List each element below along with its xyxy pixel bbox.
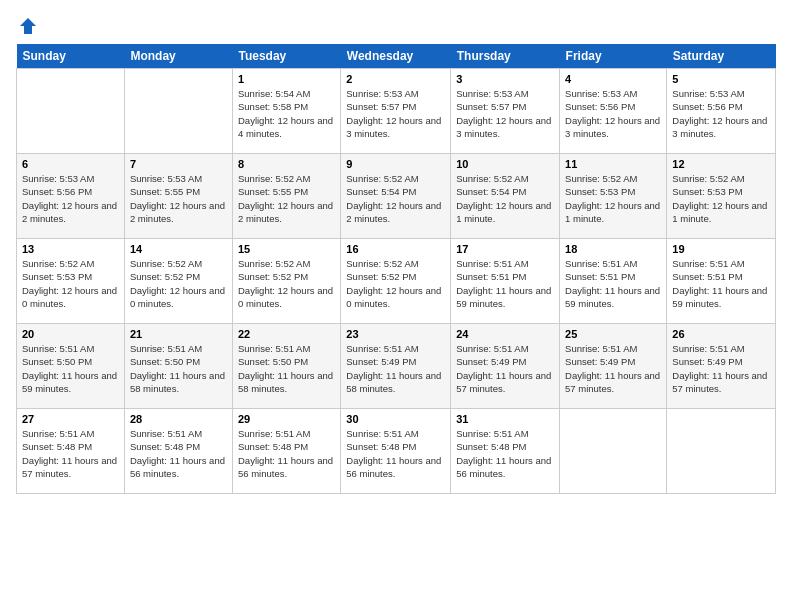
calendar-cell: 10Sunrise: 5:52 AM Sunset: 5:54 PM Dayli… [451,154,560,239]
calendar-cell: 5Sunrise: 5:53 AM Sunset: 5:56 PM Daylig… [667,69,776,154]
calendar-cell: 3Sunrise: 5:53 AM Sunset: 5:57 PM Daylig… [451,69,560,154]
calendar-cell [667,409,776,494]
day-number: 10 [456,158,554,170]
day-info: Sunrise: 5:51 AM Sunset: 5:51 PM Dayligh… [565,257,661,310]
calendar-cell: 1Sunrise: 5:54 AM Sunset: 5:58 PM Daylig… [232,69,340,154]
day-number: 24 [456,328,554,340]
calendar-week-row: 20Sunrise: 5:51 AM Sunset: 5:50 PM Dayli… [17,324,776,409]
day-number: 12 [672,158,770,170]
day-info: Sunrise: 5:51 AM Sunset: 5:48 PM Dayligh… [22,427,119,480]
day-number: 8 [238,158,335,170]
calendar-cell: 21Sunrise: 5:51 AM Sunset: 5:50 PM Dayli… [124,324,232,409]
day-number: 25 [565,328,661,340]
day-number: 21 [130,328,227,340]
calendar-cell [17,69,125,154]
day-info: Sunrise: 5:52 AM Sunset: 5:52 PM Dayligh… [346,257,445,310]
day-info: Sunrise: 5:51 AM Sunset: 5:50 PM Dayligh… [130,342,227,395]
calendar-week-row: 13Sunrise: 5:52 AM Sunset: 5:53 PM Dayli… [17,239,776,324]
calendar-cell: 2Sunrise: 5:53 AM Sunset: 5:57 PM Daylig… [341,69,451,154]
day-info: Sunrise: 5:51 AM Sunset: 5:48 PM Dayligh… [346,427,445,480]
weekday-header: Thursday [451,44,560,69]
calendar-cell: 28Sunrise: 5:51 AM Sunset: 5:48 PM Dayli… [124,409,232,494]
logo-icon [18,16,38,36]
day-number: 5 [672,73,770,85]
weekday-header: Saturday [667,44,776,69]
weekday-header: Friday [560,44,667,69]
day-number: 4 [565,73,661,85]
weekday-header: Tuesday [232,44,340,69]
day-info: Sunrise: 5:51 AM Sunset: 5:51 PM Dayligh… [456,257,554,310]
day-number: 22 [238,328,335,340]
weekday-header: Sunday [17,44,125,69]
day-info: Sunrise: 5:51 AM Sunset: 5:51 PM Dayligh… [672,257,770,310]
calendar-cell: 27Sunrise: 5:51 AM Sunset: 5:48 PM Dayli… [17,409,125,494]
day-info: Sunrise: 5:51 AM Sunset: 5:50 PM Dayligh… [238,342,335,395]
day-info: Sunrise: 5:53 AM Sunset: 5:56 PM Dayligh… [22,172,119,225]
day-number: 11 [565,158,661,170]
day-number: 7 [130,158,227,170]
day-number: 17 [456,243,554,255]
day-info: Sunrise: 5:51 AM Sunset: 5:49 PM Dayligh… [672,342,770,395]
calendar-cell: 18Sunrise: 5:51 AM Sunset: 5:51 PM Dayli… [560,239,667,324]
day-number: 3 [456,73,554,85]
calendar-cell: 30Sunrise: 5:51 AM Sunset: 5:48 PM Dayli… [341,409,451,494]
calendar-cell: 22Sunrise: 5:51 AM Sunset: 5:50 PM Dayli… [232,324,340,409]
day-info: Sunrise: 5:51 AM Sunset: 5:48 PM Dayligh… [130,427,227,480]
calendar-cell [560,409,667,494]
day-info: Sunrise: 5:52 AM Sunset: 5:52 PM Dayligh… [130,257,227,310]
day-info: Sunrise: 5:53 AM Sunset: 5:55 PM Dayligh… [130,172,227,225]
day-info: Sunrise: 5:52 AM Sunset: 5:53 PM Dayligh… [22,257,119,310]
day-number: 31 [456,413,554,425]
day-info: Sunrise: 5:53 AM Sunset: 5:56 PM Dayligh… [565,87,661,140]
calendar-cell: 11Sunrise: 5:52 AM Sunset: 5:53 PM Dayli… [560,154,667,239]
calendar-cell: 6Sunrise: 5:53 AM Sunset: 5:56 PM Daylig… [17,154,125,239]
calendar-cell: 29Sunrise: 5:51 AM Sunset: 5:48 PM Dayli… [232,409,340,494]
day-number: 27 [22,413,119,425]
day-info: Sunrise: 5:51 AM Sunset: 5:50 PM Dayligh… [22,342,119,395]
calendar-cell: 23Sunrise: 5:51 AM Sunset: 5:49 PM Dayli… [341,324,451,409]
calendar-cell: 25Sunrise: 5:51 AM Sunset: 5:49 PM Dayli… [560,324,667,409]
day-info: Sunrise: 5:53 AM Sunset: 5:57 PM Dayligh… [346,87,445,140]
day-info: Sunrise: 5:51 AM Sunset: 5:49 PM Dayligh… [346,342,445,395]
day-number: 15 [238,243,335,255]
calendar-cell: 16Sunrise: 5:52 AM Sunset: 5:52 PM Dayli… [341,239,451,324]
calendar-cell: 12Sunrise: 5:52 AM Sunset: 5:53 PM Dayli… [667,154,776,239]
day-info: Sunrise: 5:52 AM Sunset: 5:53 PM Dayligh… [565,172,661,225]
day-number: 6 [22,158,119,170]
day-number: 18 [565,243,661,255]
weekday-header-row: SundayMondayTuesdayWednesdayThursdayFrid… [17,44,776,69]
calendar-week-row: 6Sunrise: 5:53 AM Sunset: 5:56 PM Daylig… [17,154,776,239]
day-number: 29 [238,413,335,425]
day-info: Sunrise: 5:51 AM Sunset: 5:49 PM Dayligh… [565,342,661,395]
day-number: 9 [346,158,445,170]
calendar-cell: 19Sunrise: 5:51 AM Sunset: 5:51 PM Dayli… [667,239,776,324]
calendar-cell: 9Sunrise: 5:52 AM Sunset: 5:54 PM Daylig… [341,154,451,239]
calendar-cell: 4Sunrise: 5:53 AM Sunset: 5:56 PM Daylig… [560,69,667,154]
day-number: 16 [346,243,445,255]
day-number: 14 [130,243,227,255]
day-number: 30 [346,413,445,425]
calendar-cell: 24Sunrise: 5:51 AM Sunset: 5:49 PM Dayli… [451,324,560,409]
day-info: Sunrise: 5:52 AM Sunset: 5:55 PM Dayligh… [238,172,335,225]
calendar-cell: 17Sunrise: 5:51 AM Sunset: 5:51 PM Dayli… [451,239,560,324]
day-number: 2 [346,73,445,85]
day-info: Sunrise: 5:51 AM Sunset: 5:48 PM Dayligh… [456,427,554,480]
calendar-cell: 26Sunrise: 5:51 AM Sunset: 5:49 PM Dayli… [667,324,776,409]
day-info: Sunrise: 5:54 AM Sunset: 5:58 PM Dayligh… [238,87,335,140]
calendar-cell: 8Sunrise: 5:52 AM Sunset: 5:55 PM Daylig… [232,154,340,239]
page-container: SundayMondayTuesdayWednesdayThursdayFrid… [0,0,792,502]
calendar-cell: 14Sunrise: 5:52 AM Sunset: 5:52 PM Dayli… [124,239,232,324]
calendar-cell: 31Sunrise: 5:51 AM Sunset: 5:48 PM Dayli… [451,409,560,494]
calendar-week-row: 1Sunrise: 5:54 AM Sunset: 5:58 PM Daylig… [17,69,776,154]
day-info: Sunrise: 5:52 AM Sunset: 5:54 PM Dayligh… [346,172,445,225]
day-number: 19 [672,243,770,255]
day-info: Sunrise: 5:51 AM Sunset: 5:49 PM Dayligh… [456,342,554,395]
day-number: 28 [130,413,227,425]
logo [16,20,38,36]
calendar: SundayMondayTuesdayWednesdayThursdayFrid… [16,44,776,494]
calendar-week-row: 27Sunrise: 5:51 AM Sunset: 5:48 PM Dayli… [17,409,776,494]
day-number: 23 [346,328,445,340]
day-info: Sunrise: 5:53 AM Sunset: 5:56 PM Dayligh… [672,87,770,140]
day-number: 26 [672,328,770,340]
weekday-header: Monday [124,44,232,69]
